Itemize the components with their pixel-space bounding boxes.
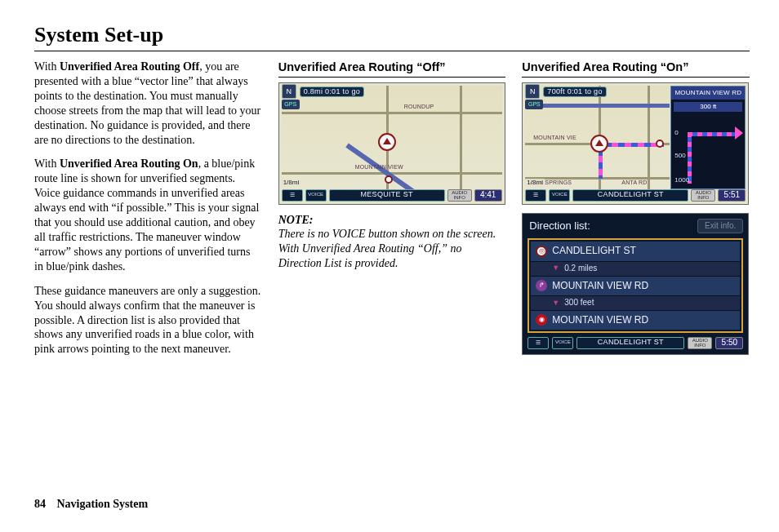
- turn-icon: ↱: [536, 280, 547, 291]
- current-street: CANDLELIGHT ST: [572, 189, 688, 202]
- road-label: ROUNDUP: [404, 104, 434, 111]
- paragraph: With Unverified Area Routing On, a blue/…: [34, 157, 262, 273]
- audio-info-button[interactable]: AUDIO INFO: [447, 189, 472, 202]
- target-icon: ◎: [536, 246, 547, 257]
- nav-screenshot-off: ROUNDUP MOUNTAIN VIEW N 0.8mi 0:01 to go…: [278, 82, 505, 205]
- maneuver-arrow-icon: [688, 132, 692, 184]
- road-label: MOUNTAIN VIE: [533, 135, 576, 142]
- maneuver-arrow-icon: [688, 132, 738, 136]
- page-title: System Set-up: [34, 23, 750, 47]
- road-label: ANTA RD: [621, 180, 647, 187]
- page-footer: 84 Navigation System: [34, 498, 148, 511]
- voice-button[interactable]: VOICE: [552, 337, 573, 349]
- road-label: MOUNTAIN VIEW: [355, 164, 403, 171]
- distance-to-go: 700ft 0:01 to go: [543, 86, 606, 97]
- maneuver-distance: 300 ft: [674, 102, 742, 112]
- icon-button[interactable]: ☰: [282, 189, 303, 202]
- subheading-off: Unverified Area Routing “Off”: [278, 60, 506, 75]
- tick-label: 0: [674, 129, 678, 137]
- vehicle-marker-icon: [590, 135, 608, 153]
- body-column-2: Unverified Area Routing “Off” ROUNDUP MO…: [278, 60, 506, 366]
- distance-to-go: 0.8mi 0:01 to go: [300, 86, 364, 97]
- voice-button[interactable]: VOICE: [305, 189, 327, 202]
- subheading-on: Unverified Area Routing “On”: [522, 60, 750, 75]
- compass-icon: N: [525, 84, 540, 99]
- icon-button[interactable]: ☰: [527, 337, 549, 349]
- direction-row[interactable]: ◉ MOUNTAIN VIEW RD: [531, 311, 740, 330]
- gps-icon: GPS: [282, 100, 300, 109]
- direction-text: MOUNTAIN VIEW RD: [552, 280, 648, 292]
- compass-icon: N: [282, 84, 296, 99]
- direction-list-screenshot: Direction list: Exit info. ◎ CANDLELIGHT…: [522, 213, 749, 355]
- tick-label: 500: [674, 152, 685, 160]
- paragraph: These guidance maneuvers are only a sugg…: [34, 284, 262, 357]
- gps-icon: GPS: [525, 100, 543, 109]
- direction-text: MOUNTAIN VIEW RD: [552, 314, 648, 326]
- text-bold: Unverified Area Routing Off: [60, 60, 199, 73]
- current-street: MESQUITE ST: [329, 189, 445, 202]
- subheading-rule: [522, 77, 750, 78]
- body-column-3: Unverified Area Routing “On” MOUNTAIN VI…: [522, 60, 750, 366]
- current-street: CANDLELIGHT ST: [576, 337, 684, 349]
- destination-icon: [385, 175, 393, 184]
- paragraph: With Unverified Area Routing Off, you ar…: [34, 60, 262, 147]
- clock: 5:51: [718, 189, 746, 202]
- maneuver-panel: MOUNTAIN VIEW RD 300 ft 0 500 1000: [670, 86, 746, 189]
- map-scale: 1/8mi: [525, 179, 545, 187]
- destination-icon: [656, 140, 664, 148]
- nav-screenshot-on: MOUNTAIN VIE OCK SPRINGS ANTA RD MOUNTAI…: [522, 82, 749, 205]
- text-bold: Unverified Area Routing On: [60, 157, 198, 170]
- note-body: There is no VOICE button shown on the sc…: [278, 227, 506, 271]
- tick-label: 1000: [674, 176, 689, 184]
- subheading-rule: [278, 77, 506, 78]
- direction-distance-row: ▼ 0.2 miles: [531, 262, 740, 277]
- text: , you are presented with a blue “vector …: [34, 60, 260, 146]
- direction-row[interactable]: ↱ MOUNTAIN VIEW RD: [531, 277, 740, 296]
- text: , a blue/pink route line is shown for un…: [34, 157, 259, 272]
- audio-info-button[interactable]: AUDIO INFO: [688, 337, 712, 349]
- audio-info-button[interactable]: AUDIO INFO: [691, 189, 715, 202]
- direction-list-title: Direction list:: [529, 219, 590, 233]
- page-number: 84: [34, 498, 46, 510]
- note-heading: NOTE:: [278, 213, 506, 228]
- voice-button[interactable]: VOICE: [549, 189, 570, 202]
- direction-text: 300 feet: [564, 298, 594, 308]
- clock: 5:50: [715, 337, 743, 349]
- direction-row[interactable]: ◎ CANDLELIGHT ST: [531, 242, 740, 261]
- clock: 4:41: [474, 189, 502, 202]
- chevron-down-icon: ▼: [552, 299, 559, 308]
- destination-icon: ◉: [536, 314, 547, 326]
- body-column-1: With Unverified Area Routing Off, you ar…: [34, 60, 262, 366]
- text: With: [34, 60, 60, 73]
- chevron-down-icon: ▼: [552, 264, 559, 273]
- direction-distance-row: ▼ 300 feet: [531, 296, 740, 311]
- section-name: Navigation System: [57, 498, 149, 510]
- vehicle-marker-icon: [378, 133, 396, 151]
- map-scale: 1/8mi: [282, 179, 301, 187]
- direction-text: 0.2 miles: [564, 264, 597, 274]
- direction-text: CANDLELIGHT ST: [552, 245, 635, 257]
- icon-button[interactable]: ☰: [525, 189, 546, 202]
- title-rule: [34, 51, 750, 51]
- text: With: [34, 157, 60, 170]
- maneuver-arrowhead-icon: [735, 126, 743, 140]
- exit-info-button[interactable]: Exit info.: [697, 219, 743, 234]
- direction-list-frame: ◎ CANDLELIGHT ST ▼ 0.2 miles ↱ MOUNTAIN …: [527, 238, 743, 333]
